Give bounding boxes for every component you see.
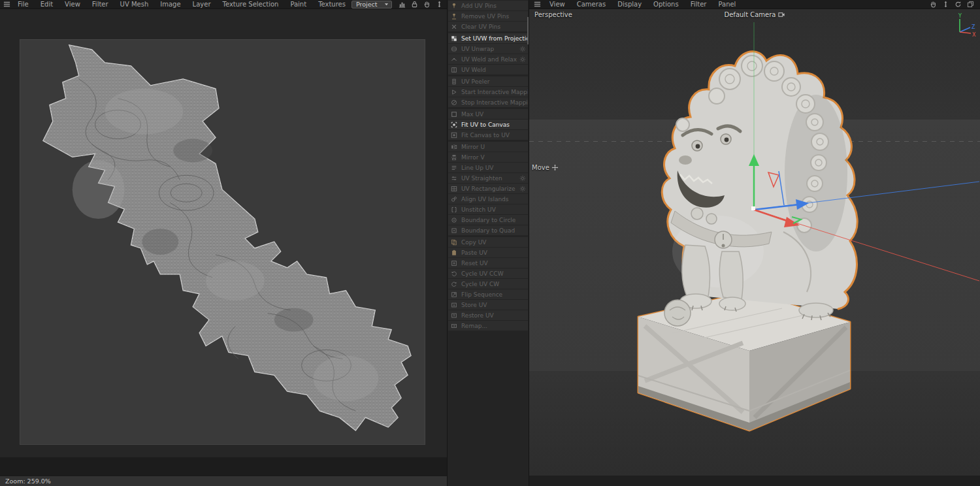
vp-menu-item-view[interactable]: View <box>544 1 571 8</box>
uv-texture-canvas[interactable] <box>20 39 425 445</box>
axis-x-label: X <box>972 32 976 38</box>
axis-orientation-gizmo[interactable]: Y Z X <box>955 12 977 39</box>
zoom-level-value: Zoom: 259.0% <box>5 478 51 485</box>
settings-gear-icon[interactable] <box>519 175 526 182</box>
histogram-icon[interactable] <box>397 0 407 8</box>
uv-item-fit-uv-to-canvas[interactable]: Fit UV to Canvas <box>448 120 528 129</box>
uv-item-label: Stop Interactive Mapping <box>461 99 528 106</box>
pan-vertical-icon[interactable] <box>434 0 444 8</box>
uv-item-uv-peeler[interactable]: UV Peeler <box>448 76 528 86</box>
uv-item-label: Start Interactive Mapping <box>461 89 528 95</box>
settings-gear-icon[interactable] <box>519 46 526 52</box>
viewport-menubar-right <box>928 0 977 8</box>
vp-menu-item-panel[interactable]: Panel <box>712 1 742 8</box>
project-dropdown[interactable]: Project <box>351 1 392 8</box>
fit-uv-icon <box>451 122 459 128</box>
left-menubar-items: FileEditViewFilterUV MeshImageLayerTextu… <box>12 1 351 8</box>
settings-gear-icon[interactable] <box>519 186 526 192</box>
menu-item-edit[interactable]: Edit <box>35 1 59 8</box>
store-icon <box>451 302 459 308</box>
menu-item-filter[interactable]: Filter <box>86 1 114 8</box>
uv-item-uv-unwrap[interactable]: UV Unwrap <box>448 44 528 54</box>
uv-item-add-uv-pins[interactable]: Add UV Pins <box>448 1 528 10</box>
projection-label[interactable]: Perspective <box>534 11 572 18</box>
hand-icon[interactable] <box>422 0 432 8</box>
uv-item-fit-canvas-to-uv[interactable]: Fit Canvas to UV <box>448 130 528 140</box>
restore-icon <box>451 312 459 319</box>
uv-item-line-up-uv[interactable]: Line Up UV <box>448 163 528 172</box>
uv-item-copy-uv[interactable]: Copy UV <box>448 237 528 247</box>
uv-item-reset-uv[interactable]: Reset UV <box>448 258 528 268</box>
uv-item-flip-sequence[interactable]: Flip Sequence <box>448 289 528 299</box>
uv-item-label: Remove UV Pins <box>461 13 509 20</box>
uv-item-label: UV Unwrap <box>461 46 494 52</box>
pin-remove-icon <box>451 13 459 20</box>
vp-menu-item-options[interactable]: Options <box>647 1 685 8</box>
vp-menu-item-display[interactable]: Display <box>612 1 647 8</box>
vp-menu-item-cameras[interactable]: Cameras <box>571 1 612 8</box>
camera-label[interactable]: Default Camera <box>725 11 785 18</box>
guardian-lion-statue[interactable] <box>620 36 868 434</box>
uv-item-uv-weld-and-relax[interactable]: UV Weld and Relax <box>448 54 528 64</box>
viewport-menubar-items: ViewCamerasDisplayOptionsFilterPanel <box>544 1 742 8</box>
viewport-canvas[interactable]: Perspective Default Camera Move Y Z X <box>529 9 980 476</box>
project-dropdown-value: Project <box>356 1 378 8</box>
menu-icon[interactable] <box>3 0 10 8</box>
menu-item-view[interactable]: View <box>59 1 86 8</box>
uv-item-label: Clear UV Pins <box>461 24 500 30</box>
move-tool-icon <box>551 164 559 171</box>
fit-canvas-icon <box>451 132 459 138</box>
pan-vertical-icon[interactable] <box>941 0 951 8</box>
boundary-quad-icon <box>451 227 459 234</box>
uv-item-set-uvw-from-projection[interactable]: Set UVW from Projection <box>448 33 528 43</box>
uv-item-cycle-uv-ccw[interactable]: Cycle UV CCW <box>448 268 528 278</box>
uv-item-mirror-u[interactable]: Mirror U <box>448 142 528 152</box>
uv-item-start-interactive-mapping[interactable]: Start Interactive Mapping <box>448 87 528 97</box>
panel-scrollbar[interactable] <box>527 17 529 44</box>
viewport-3d-section: ViewCamerasDisplayOptionsFilterPanel <box>529 0 980 486</box>
menu-item-textures[interactable]: Textures <box>312 1 351 8</box>
uv-item-clear-uv-pins[interactable]: Clear UV Pins <box>448 22 528 31</box>
uv-item-mirror-v[interactable]: Mirror V <box>448 152 528 162</box>
viewport-menubar: ViewCamerasDisplayOptionsFilterPanel <box>529 0 980 9</box>
menu-item-file[interactable]: File <box>12 1 35 8</box>
cycle-cw-icon <box>451 281 459 287</box>
uv-mesh-island[interactable] <box>20 40 425 444</box>
uv-canvas-area[interactable] <box>0 9 447 457</box>
uv-item-boundary-to-circle[interactable]: Boundary to Circle <box>448 215 528 225</box>
uv-item-uv-rectangularize[interactable]: UV Rectangularize <box>448 184 528 193</box>
hand-icon[interactable] <box>928 0 938 8</box>
clear-x-icon <box>451 24 459 30</box>
uv-item-unstitch-uv[interactable]: Unstitch UV <box>448 204 528 214</box>
uv-item-align-uv-islands[interactable]: Align UV Islands <box>448 194 528 204</box>
uv-item-label: Align UV Islands <box>461 196 509 202</box>
rotate-icon[interactable] <box>953 0 963 8</box>
uv-item-cycle-uv-cw[interactable]: Cycle UV CW <box>448 279 528 289</box>
vp-menu-item-filter[interactable]: Filter <box>685 1 713 8</box>
uv-item-store-uv[interactable]: Store UV <box>448 300 528 310</box>
uv-item-stop-interactive-mapping[interactable]: Stop Interactive Mapping <box>448 97 528 107</box>
menu-item-layer[interactable]: Layer <box>187 1 217 8</box>
uv-item-boundary-to-quad[interactable]: Boundary to Quad <box>448 225 528 235</box>
maximize-icon[interactable] <box>966 0 975 8</box>
menu-item-image[interactable]: Image <box>154 1 186 8</box>
menu-item-uv-mesh[interactable]: UV Mesh <box>114 1 155 8</box>
menu-icon[interactable] <box>532 0 542 8</box>
uv-item-label: Cycle UV CW <box>461 281 499 287</box>
menu-item-texture-selection[interactable]: Texture Selection <box>217 1 285 8</box>
uv-item-restore-uv[interactable]: Restore UV <box>448 310 528 320</box>
uv-item-label: Fit Canvas to UV <box>461 132 510 138</box>
settings-gear-icon[interactable] <box>519 56 526 63</box>
uv-item-remap[interactable]: Remap... <box>448 321 528 331</box>
uv-command-group-4: Max UVFit UV to CanvasFit Canvas to UV <box>448 109 528 140</box>
uv-item-paste-uv[interactable]: Paste UV <box>448 248 528 257</box>
uv-item-max-uv[interactable]: Max UV <box>448 109 528 119</box>
uv-item-label: Flip Sequence <box>461 291 502 298</box>
menu-item-paint[interactable]: Paint <box>284 1 312 8</box>
uv-item-remove-uv-pins[interactable]: Remove UV Pins <box>448 11 528 21</box>
uv-editor-section: FileEditViewFilterUV MeshImageLayerTextu… <box>0 0 447 486</box>
lock-icon[interactable] <box>410 0 419 8</box>
uv-item-uv-weld[interactable]: UV Weld <box>448 65 528 74</box>
mirror-u-icon <box>451 144 459 150</box>
uv-item-uv-straighten[interactable]: UV Straighten <box>448 173 528 183</box>
